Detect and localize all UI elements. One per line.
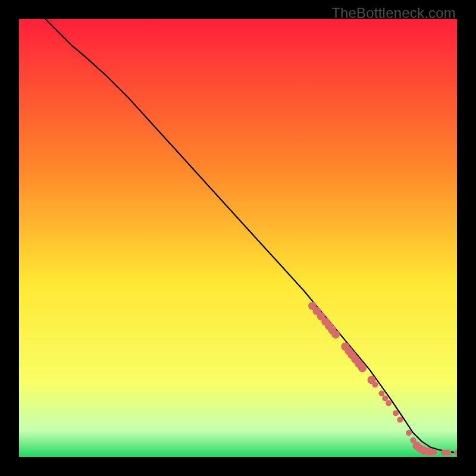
- data-point: [378, 390, 384, 396]
- data-point: [397, 416, 403, 422]
- data-point: [386, 400, 392, 406]
- data-point: [358, 364, 367, 372]
- chart-svg: [19, 19, 457, 457]
- data-point: [393, 410, 399, 416]
- data-point: [406, 430, 412, 436]
- gradient-background: [19, 19, 457, 457]
- data-point: [382, 395, 388, 401]
- chart-frame: TheBottleneck.com: [0, 0, 476, 476]
- data-point: [431, 449, 437, 455]
- chart-plot-area: [19, 19, 457, 457]
- data-point: [331, 330, 340, 339]
- data-point: [445, 450, 451, 456]
- data-point: [372, 382, 378, 388]
- watermark-label: TheBottleneck.com: [331, 5, 456, 21]
